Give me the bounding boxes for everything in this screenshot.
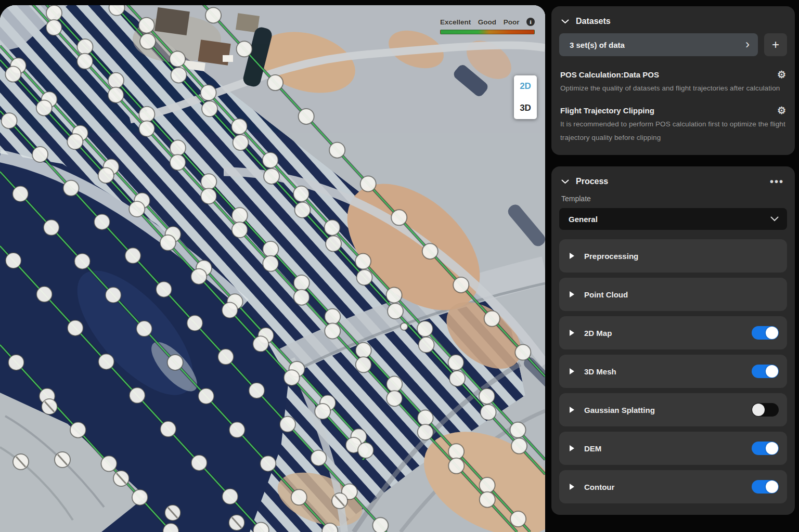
- process-row-gaussian-splatting[interactable]: Gaussian Splatting: [559, 393, 787, 426]
- view-3d-button[interactable]: 3D: [514, 97, 537, 119]
- process-title: Process: [576, 177, 608, 186]
- pos-calculation-title: POS Calculation:Data POS: [560, 70, 659, 79]
- pos-calculation-item: POS Calculation:Data POS ⚙ Optimize the …: [559, 63, 787, 99]
- datasets-title: Datasets: [576, 17, 611, 26]
- triangle-right-icon: [570, 484, 574, 490]
- template-label: Template: [561, 194, 787, 203]
- process-row-3d-mesh[interactable]: 3D Mesh: [559, 355, 787, 388]
- flight-trajectory-clipping-description: It is recommended to perform POS calcula…: [560, 118, 786, 148]
- more-options-icon[interactable]: •••: [770, 179, 786, 184]
- chevron-down-icon: [770, 216, 779, 222]
- contour-toggle[interactable]: [752, 480, 779, 494]
- 2d-map-toggle[interactable]: [752, 326, 779, 340]
- process-row-label: DEM: [584, 444, 601, 453]
- process-row-preprocessing[interactable]: Preprocessing: [559, 239, 787, 273]
- triangle-right-icon: [570, 330, 574, 336]
- process-row-label: Preprocessing: [584, 252, 638, 261]
- legend-label-poor: Poor: [504, 18, 520, 26]
- dem-toggle[interactable]: [752, 442, 779, 455]
- quality-legend: Excellent Good Poor i: [440, 18, 535, 34]
- flight-trajectory-clipping-item: Flight Trajectory Clipping ⚙ It is recom…: [559, 99, 787, 149]
- process-row-label: Point Cloud: [584, 290, 628, 299]
- template-select[interactable]: General: [559, 208, 787, 230]
- process-row-label: 2D Map: [584, 329, 612, 338]
- legend-label-good: Good: [478, 18, 496, 26]
- triangle-right-icon: [570, 445, 574, 451]
- pos-calculation-description: Optimize the quality of datasets and fli…: [560, 82, 786, 98]
- process-row-label: Contour: [584, 483, 614, 491]
- gear-icon[interactable]: ⚙: [777, 106, 786, 115]
- process-header[interactable]: Process •••: [559, 168, 787, 191]
- process-row-label: Gaussian Splatting: [584, 406, 655, 414]
- process-row-dem[interactable]: DEM: [559, 432, 787, 465]
- triangle-right-icon: [570, 291, 574, 297]
- triangle-right-icon: [570, 407, 574, 413]
- dataset-count-button[interactable]: 3 set(s) of data ›: [559, 33, 758, 56]
- datasets-card: Datasets 3 set(s) of data › + POS Calcul…: [551, 6, 795, 155]
- app-window: Excellent Good Poor i 2D 3D Datasets 3 s…: [0, 0, 799, 532]
- flight-trajectory-clipping-title: Flight Trajectory Clipping: [560, 106, 654, 115]
- satellite-map: [0, 5, 545, 532]
- quality-gradient-bar: [440, 30, 535, 34]
- map-viewport[interactable]: Excellent Good Poor i 2D 3D: [0, 5, 545, 532]
- process-row-contour[interactable]: Contour: [559, 470, 787, 503]
- process-card: Process ••• Template General Preprocessi…: [551, 166, 795, 515]
- triangle-right-icon: [570, 368, 574, 374]
- process-row-point-cloud[interactable]: Point Cloud: [559, 278, 787, 311]
- legend-label-excellent: Excellent: [440, 18, 471, 26]
- gear-icon[interactable]: ⚙: [777, 70, 786, 80]
- chevron-right-icon: ›: [745, 38, 750, 50]
- building: [154, 7, 190, 35]
- datasets-header[interactable]: Datasets: [559, 8, 787, 31]
- template-selected-value: General: [569, 215, 598, 224]
- right-panel: Datasets 3 set(s) of data › + POS Calcul…: [551, 6, 795, 515]
- gaussian-splatting-toggle[interactable]: [752, 403, 779, 417]
- 3d-mesh-toggle[interactable]: [752, 365, 779, 378]
- view-2d-button[interactable]: 2D: [514, 75, 537, 97]
- info-icon[interactable]: i: [526, 18, 535, 26]
- process-row-2d-map[interactable]: 2D Map: [559, 316, 787, 349]
- view-mode-toggle: 2D 3D: [514, 75, 537, 119]
- add-dataset-button[interactable]: +: [764, 33, 787, 56]
- triangle-right-icon: [570, 253, 574, 259]
- chevron-down-icon: [561, 19, 569, 24]
- chevron-down-icon: [561, 179, 569, 184]
- process-row-label: 3D Mesh: [584, 367, 616, 376]
- dataset-count-label: 3 set(s) of data: [570, 41, 625, 49]
